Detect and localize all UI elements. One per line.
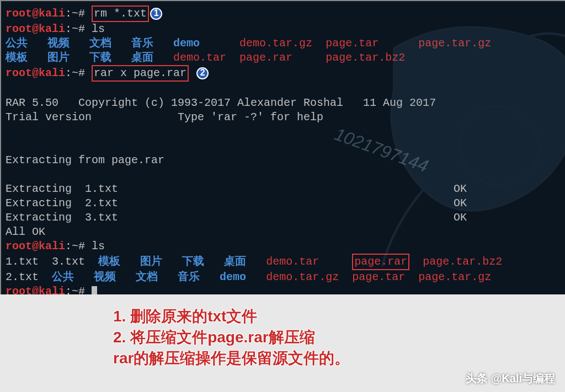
rar-from: Extracting from page.rar	[6, 153, 561, 168]
annotation-text: 1. 删除原来的txt文件 2. 将压缩文件page.rar解压缩 rar的解压…	[113, 306, 350, 368]
cursor	[92, 286, 97, 294]
line-rm: root@kali:~# rm *.txt1	[6, 6, 561, 22]
line-ls1: root@kali:~# ls	[6, 22, 561, 36]
badge-2: 2	[196, 67, 209, 79]
highlight-rarx: rar x page.rar	[92, 65, 189, 82]
ls2-row2: 2.txt 公共 视频 文档 音乐 demo demo.tar.gz page.…	[6, 270, 561, 284]
line-rarx: root@kali:~# rar x page.rar 2	[6, 65, 561, 82]
rar-allok: All OK	[6, 225, 561, 239]
rar-trial: Trial version Type 'rar -?' for help	[6, 110, 561, 125]
watermark-bottom: 头条 @Kali与编程	[466, 371, 555, 385]
prompt-user: root@kali	[6, 7, 65, 20]
ls1-row2: 模板 图片 下载 桌面 demo.tar page.rar page.tar.b…	[6, 51, 561, 65]
rar-e1: Extracting 1.txtOK	[6, 182, 561, 196]
highlight-rm: rm *.txt	[92, 6, 149, 22]
rar-e2: Extracting 2.txtOK	[6, 196, 561, 211]
line-ls2: root@kali:~# ls	[6, 239, 561, 254]
rar-copyright: RAR 5.50 Copyright (c) 1993-2017 Alexand…	[6, 96, 561, 110]
ls2-row1: 1.txt 3.txt 模板 图片 下载 桌面 demo.tar page.ra…	[6, 254, 561, 270]
terminal[interactable]: root@kali:~# rm *.txt1 root@kali:~# ls 公…	[0, 0, 565, 294]
badge-1: 1	[150, 8, 162, 20]
highlight-pagerar: page.rar	[352, 254, 409, 270]
line-prompt-final[interactable]: root@kali:~#	[6, 284, 561, 294]
ls1-row1: 公共 视频 文档 音乐 demo demo.tar.gz page.tar pa…	[6, 36, 561, 51]
rar-e3: Extracting 3.txtOK	[6, 211, 561, 225]
